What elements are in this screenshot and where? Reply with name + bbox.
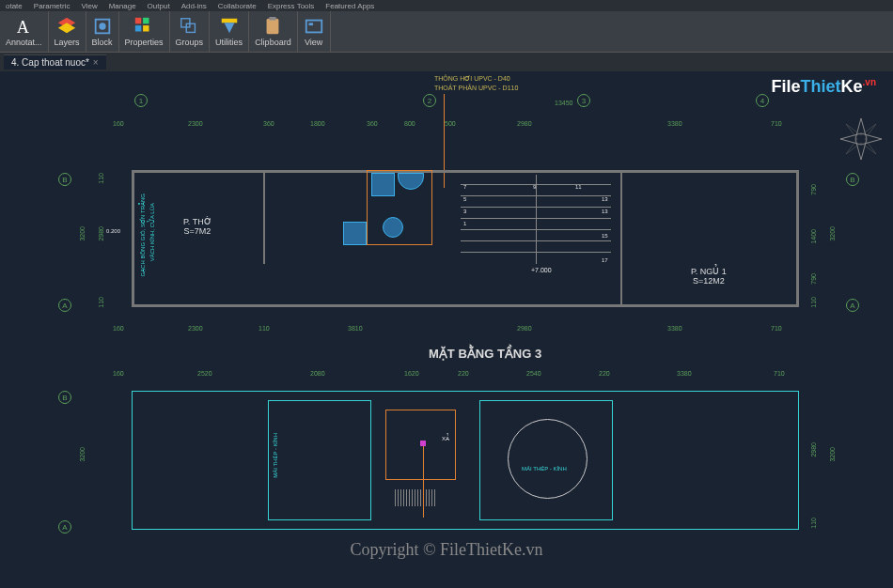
svg-text:A: A <box>17 18 30 37</box>
dimension-text: 3380 <box>667 120 682 127</box>
groups-group[interactable]: Groups <box>170 11 211 52</box>
annotate-label: Annotat... <box>6 38 42 47</box>
dimension-text: 360 <box>367 120 378 127</box>
svg-rect-8 <box>187 23 196 32</box>
dimension-text: 2300 <box>188 120 203 127</box>
dimension-text: 500 <box>445 120 456 127</box>
wall <box>132 170 799 173</box>
bathroom-outline <box>367 170 432 245</box>
dimension-text: 220 <box>458 370 469 377</box>
ribbon-tab[interactable]: Collaborate <box>216 2 258 10</box>
tab-title: 4. Cap thoat nuoc* <box>11 57 89 68</box>
view-label: View <box>305 38 322 47</box>
dimension-text: 2980 <box>517 325 532 332</box>
grid-bubble: 3 <box>577 94 590 107</box>
stair-num: 3 <box>463 209 466 214</box>
wall <box>796 170 799 307</box>
stair-num: 11 <box>575 184 582 190</box>
valve-symbol <box>420 441 426 446</box>
ribbon-toolbar: A Annotat... Layers Block Properties Gro… <box>0 11 893 53</box>
pipe-note: THÔNG HƠI UPVC - D40 <box>434 75 510 83</box>
ribbon-tab[interactable]: Featured Apps <box>323 2 376 10</box>
layers-icon <box>56 16 77 37</box>
clipboard-group[interactable]: Clipboard <box>249 11 298 52</box>
svg-rect-9 <box>267 19 279 35</box>
dimension-text: 1620 <box>404 370 419 377</box>
dimension-text: 2980 <box>517 120 532 127</box>
wall-note: VÁCH KÍNH, CỬA LÙA <box>149 203 155 261</box>
grid-bubble: A <box>58 299 71 312</box>
dimension-text: 110 <box>98 297 104 308</box>
annotate-icon: A <box>13 16 34 37</box>
dimension-text: 110 <box>810 297 817 308</box>
grid-bubble: A <box>846 299 859 312</box>
ribbon-tab[interactable]: Output <box>146 2 172 10</box>
room-label: P. THỜ S=7M2 <box>183 217 212 236</box>
svg-rect-10 <box>270 17 276 21</box>
wall <box>132 170 134 307</box>
svg-rect-5 <box>135 25 141 31</box>
svg-point-2 <box>99 23 105 29</box>
ribbon-tab[interactable]: otate <box>4 2 24 10</box>
grid-bubble: 4 <box>756 94 769 107</box>
compass-icon[interactable] <box>838 116 884 162</box>
stair-num: 13 <box>602 209 608 214</box>
roof-outline <box>132 391 799 530</box>
dimension-text: 3200 <box>829 226 836 241</box>
layers-label: Layers <box>55 38 80 47</box>
dimension-text: 2300 <box>188 325 203 332</box>
hatching <box>395 489 437 506</box>
utilities-label: Utilities <box>215 38 243 47</box>
dimension-text: 3200 <box>79 447 86 462</box>
close-icon[interactable]: × <box>93 57 99 68</box>
properties-label: Properties <box>125 38 164 47</box>
roof-panel <box>268 400 371 520</box>
plan-title: MẶT BẰNG TẦNG 3 <box>429 347 541 361</box>
svg-rect-12 <box>308 23 313 25</box>
stair-num: 5 <box>463 196 466 202</box>
room-label: P. NGỦ 1 S=12M2 <box>691 267 727 286</box>
block-group[interactable]: Block <box>86 11 119 52</box>
stair-num: 17 <box>602 257 608 263</box>
dimension-text: 2980 <box>98 226 104 241</box>
annotate-group[interactable]: A Annotat... <box>0 11 49 52</box>
dimension-text: 160 <box>113 325 124 332</box>
dimension-text: 800 <box>404 120 415 127</box>
dimension-text: 220 <box>599 370 610 377</box>
filethietke-logo: FileThietKe.vn <box>772 77 876 97</box>
stair-num: 1 <box>463 221 466 226</box>
dimension-text: 13450 <box>555 100 572 106</box>
grid-bubble: A <box>58 520 71 534</box>
stair-num: 9 <box>533 184 536 190</box>
stair-num: 13 <box>602 196 608 202</box>
ribbon-tab[interactable]: View <box>79 2 99 10</box>
svg-rect-7 <box>181 19 190 27</box>
dimension-text: 1400 <box>810 229 817 244</box>
grid-bubble: B <box>58 173 71 186</box>
dimension-text: 710 <box>771 325 782 332</box>
block-icon <box>92 16 113 37</box>
document-tab[interactable]: 4. Cap thoat nuoc* × <box>4 54 106 70</box>
utilities-icon <box>219 16 240 37</box>
ribbon-tab[interactable]: Express Tools <box>266 2 317 10</box>
ribbon-tab[interactable]: Manage <box>107 2 138 10</box>
svg-rect-11 <box>306 21 321 33</box>
dimension-text: 710 <box>771 120 782 127</box>
dimension-text: 160 <box>113 370 124 377</box>
ribbon-tab[interactable]: Parametric <box>32 2 72 10</box>
wall-note: GẠCH BÔNG GIÓ, SƠN TRẮNG <box>139 193 146 277</box>
view-group[interactable]: View <box>298 11 331 52</box>
pipe-note: THOÁT PHÂN UPVC - D110 <box>434 85 518 91</box>
dimension-text: 0.200 <box>106 228 120 234</box>
layers-group[interactable]: Layers <box>49 11 86 52</box>
groups-label: Groups <box>176 38 204 47</box>
ribbon-tab[interactable]: Add-ins <box>180 2 209 10</box>
dimension-text: 790 <box>810 273 817 285</box>
view-icon <box>304 16 324 37</box>
drawing-canvas[interactable]: FileThietKe.vn THÔNG HƠI UPVC - D40 THOÁ… <box>0 71 893 588</box>
properties-group[interactable]: Properties <box>119 11 170 52</box>
svg-rect-3 <box>135 18 141 23</box>
dimension-text: 1800 <box>310 120 325 127</box>
clipboard-icon <box>262 16 283 37</box>
utilities-group[interactable]: Utilities <box>210 11 249 52</box>
